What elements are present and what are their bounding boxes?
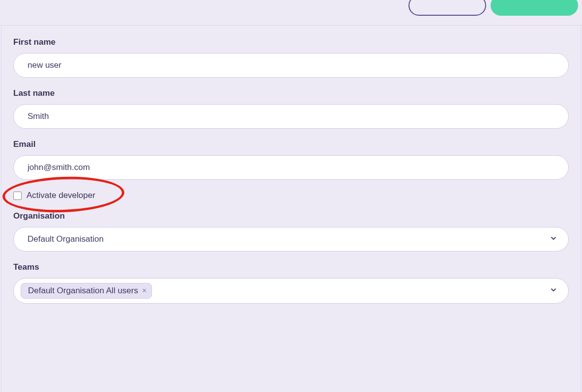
organisation-select[interactable]: Default Organisation	[13, 227, 569, 252]
organisation-label: Organisation	[13, 211, 569, 221]
email-label: Email	[13, 140, 569, 149]
organisation-selected-value: Default Organisation	[28, 234, 104, 244]
teams-multiselect[interactable]: Default Organisation All users ×	[13, 278, 569, 304]
activate-developer-checkbox[interactable]	[13, 192, 22, 200]
email-group: Email	[13, 140, 569, 180]
organisation-group: Organisation Default Organisation	[13, 211, 569, 252]
last-name-label: Last name	[13, 88, 569, 98]
last-name-input[interactable]	[13, 104, 569, 129]
last-name-group: Last name	[13, 88, 569, 129]
teams-label: Teams	[13, 262, 569, 272]
activate-developer-row: Activate developer	[13, 191, 569, 200]
primary-action-button[interactable]	[491, 0, 578, 16]
team-tag-label: Default Organisation All users	[28, 286, 138, 296]
email-input[interactable]	[13, 155, 569, 180]
first-name-group: First name	[13, 37, 569, 78]
activate-developer-label: Activate developer	[27, 191, 95, 200]
tag-remove-icon[interactable]: ×	[142, 287, 146, 295]
team-tag: Default Organisation All users ×	[21, 283, 152, 299]
first-name-label: First name	[13, 37, 569, 47]
teams-group: Teams Default Organisation All users ×	[13, 262, 569, 304]
top-bar	[0, 0, 582, 26]
user-form: First name Last name Email Activate deve…	[1, 26, 581, 392]
secondary-action-button[interactable]	[408, 0, 486, 16]
first-name-input[interactable]	[13, 53, 569, 78]
